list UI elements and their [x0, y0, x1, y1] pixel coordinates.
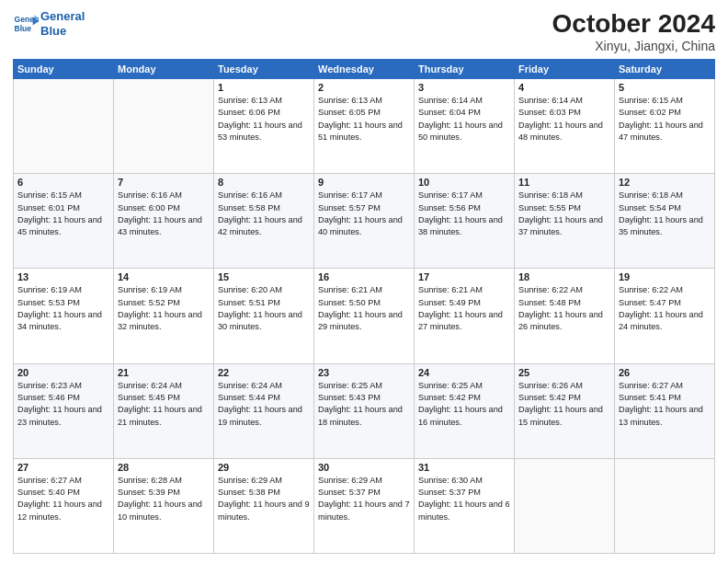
info-line: Sunset: 5:39 PM	[118, 488, 180, 497]
day-number: 15	[218, 271, 310, 282]
info-line: Sunset: 6:06 PM	[218, 108, 280, 117]
day-cell: 29Sunrise: 6:29 AMSunset: 5:38 PMDayligh…	[214, 458, 314, 553]
day-cell	[14, 79, 114, 174]
day-info: Sunrise: 6:18 AMSunset: 5:54 PMDaylight:…	[619, 190, 711, 238]
info-line: Daylight: 11 hours and 26 minutes.	[518, 310, 603, 331]
day-info: Sunrise: 6:22 AMSunset: 5:47 PMDaylight:…	[619, 284, 711, 333]
day-info: Sunrise: 6:18 AMSunset: 5:55 PMDaylight:…	[518, 190, 610, 238]
day-info: Sunrise: 6:27 AMSunset: 5:40 PMDaylight:…	[17, 475, 109, 523]
info-line: Sunrise: 6:18 AM	[518, 190, 583, 200]
day-info: Sunrise: 6:21 AMSunset: 5:49 PMDaylight:…	[418, 284, 510, 333]
info-line: Sunset: 5:40 PM	[17, 488, 80, 497]
day-info: Sunrise: 6:17 AMSunset: 5:57 PMDaylight:…	[318, 190, 410, 238]
day-info: Sunrise: 6:19 AMSunset: 5:52 PMDaylight:…	[118, 284, 210, 333]
day-info: Sunrise: 6:24 AMSunset: 5:44 PMDaylight:…	[218, 380, 310, 429]
day-number: 16	[318, 271, 410, 282]
day-cell: 18Sunrise: 6:22 AMSunset: 5:48 PMDayligh…	[515, 269, 615, 363]
day-cell: 30Sunrise: 6:29 AMSunset: 5:37 PMDayligh…	[314, 458, 415, 553]
logo-icon: General Blue	[13, 11, 39, 37]
info-line: Sunrise: 6:22 AM	[619, 285, 683, 294]
info-line: Sunset: 5:53 PM	[17, 298, 80, 307]
info-line: Daylight: 11 hours and 24 minutes.	[619, 310, 703, 331]
info-line: Sunrise: 6:28 AM	[118, 476, 182, 485]
info-line: Daylight: 11 hours and 15 minutes.	[518, 405, 603, 426]
info-line: Sunset: 6:03 PM	[518, 108, 581, 117]
info-line: Sunrise: 6:21 AM	[318, 285, 382, 294]
info-line: Daylight: 11 hours and 21 minutes.	[118, 405, 202, 426]
info-line: Sunset: 5:55 PM	[518, 203, 581, 213]
info-line: Sunrise: 6:15 AM	[619, 96, 683, 105]
info-line: Sunset: 6:05 PM	[318, 108, 381, 117]
info-line: Sunrise: 6:22 AM	[518, 285, 583, 294]
info-line: Sunset: 5:46 PM	[17, 393, 80, 402]
day-info: Sunrise: 6:17 AMSunset: 5:56 PMDaylight:…	[418, 190, 510, 238]
day-number: 29	[218, 462, 310, 473]
day-cell: 20Sunrise: 6:23 AMSunset: 5:46 PMDayligh…	[14, 363, 114, 458]
info-line: Daylight: 11 hours and 37 minutes.	[518, 215, 603, 236]
info-line: Sunrise: 6:25 AM	[418, 381, 483, 390]
info-line: Sunrise: 6:25 AM	[318, 381, 382, 390]
info-line: Sunset: 5:41 PM	[619, 393, 681, 402]
info-line: Daylight: 11 hours and 27 minutes.	[418, 310, 503, 331]
info-line: Sunrise: 6:27 AM	[17, 476, 82, 485]
info-line: Daylight: 11 hours and 18 minutes.	[318, 405, 403, 426]
info-line: Sunrise: 6:21 AM	[418, 285, 483, 294]
day-info: Sunrise: 6:25 AMSunset: 5:42 PMDaylight:…	[418, 380, 510, 429]
day-number: 12	[619, 177, 711, 188]
day-info: Sunrise: 6:19 AMSunset: 5:53 PMDaylight:…	[17, 284, 109, 333]
info-line: Sunset: 5:48 PM	[518, 298, 581, 307]
info-line: Sunset: 5:38 PM	[218, 488, 280, 497]
day-cell: 28Sunrise: 6:28 AMSunset: 5:39 PMDayligh…	[114, 458, 214, 553]
day-cell: 14Sunrise: 6:19 AMSunset: 5:52 PMDayligh…	[114, 269, 214, 363]
info-line: Sunrise: 6:23 AM	[17, 381, 82, 390]
info-line: Daylight: 11 hours and 51 minutes.	[318, 121, 403, 142]
info-line: Daylight: 11 hours and 53 minutes.	[218, 121, 302, 142]
logo: General Blue GeneralBlue	[13, 9, 85, 38]
day-number: 3	[418, 82, 510, 93]
day-info: Sunrise: 6:29 AMSunset: 5:37 PMDaylight:…	[318, 475, 410, 523]
info-line: Sunset: 5:45 PM	[118, 393, 180, 402]
day-number: 24	[418, 367, 510, 378]
info-line: Sunrise: 6:13 AM	[218, 96, 282, 105]
day-number: 27	[17, 462, 109, 473]
weekday-sunday: Sunday	[14, 60, 114, 79]
day-number: 30	[318, 462, 410, 473]
day-number: 22	[218, 367, 310, 378]
week-row-2: 6Sunrise: 6:15 AMSunset: 6:01 PMDaylight…	[14, 174, 715, 269]
day-info: Sunrise: 6:15 AMSunset: 6:01 PMDaylight:…	[17, 190, 109, 238]
day-number: 23	[318, 367, 410, 378]
day-number: 19	[619, 271, 711, 282]
day-cell: 25Sunrise: 6:26 AMSunset: 5:42 PMDayligh…	[515, 363, 615, 458]
day-number: 9	[318, 177, 410, 188]
info-line: Sunrise: 6:19 AM	[17, 285, 82, 294]
day-info: Sunrise: 6:13 AMSunset: 6:05 PMDaylight:…	[318, 95, 410, 144]
location: Xinyu, Jiangxi, China	[552, 39, 715, 53]
info-line: Sunset: 5:52 PM	[118, 298, 180, 307]
day-info: Sunrise: 6:30 AMSunset: 5:37 PMDaylight:…	[418, 475, 510, 523]
day-number: 13	[17, 271, 109, 282]
info-line: Sunrise: 6:18 AM	[619, 190, 683, 200]
info-line: Sunrise: 6:14 AM	[418, 96, 483, 105]
info-line: Daylight: 11 hours and 12 minutes.	[17, 500, 102, 521]
day-cell: 5Sunrise: 6:15 AMSunset: 6:02 PMDaylight…	[615, 79, 715, 174]
info-line: Sunset: 5:47 PM	[619, 298, 681, 307]
day-cell: 22Sunrise: 6:24 AMSunset: 5:44 PMDayligh…	[214, 363, 314, 458]
day-info: Sunrise: 6:23 AMSunset: 5:46 PMDaylight:…	[17, 380, 109, 429]
day-cell: 10Sunrise: 6:17 AMSunset: 5:56 PMDayligh…	[415, 174, 515, 269]
info-line: Sunset: 5:54 PM	[619, 203, 681, 213]
day-number: 10	[418, 177, 510, 188]
info-line: Sunset: 5:51 PM	[218, 298, 280, 307]
info-line: Sunrise: 6:16 AM	[118, 190, 182, 200]
info-line: Sunrise: 6:24 AM	[218, 381, 282, 390]
day-info: Sunrise: 6:22 AMSunset: 5:48 PMDaylight:…	[518, 284, 610, 333]
info-line: Daylight: 11 hours and 19 minutes.	[218, 405, 302, 426]
info-line: Sunrise: 6:24 AM	[118, 381, 182, 390]
info-line: Daylight: 11 hours and 29 minutes.	[318, 310, 403, 331]
info-line: Sunrise: 6:15 AM	[17, 190, 82, 200]
day-cell: 4Sunrise: 6:14 AMSunset: 6:03 PMDaylight…	[515, 79, 615, 174]
day-number: 2	[318, 82, 410, 93]
info-line: Sunset: 6:01 PM	[17, 203, 80, 213]
info-line: Sunrise: 6:20 AM	[218, 285, 282, 294]
day-number: 21	[118, 367, 210, 378]
info-line: Sunrise: 6:30 AM	[418, 476, 483, 485]
